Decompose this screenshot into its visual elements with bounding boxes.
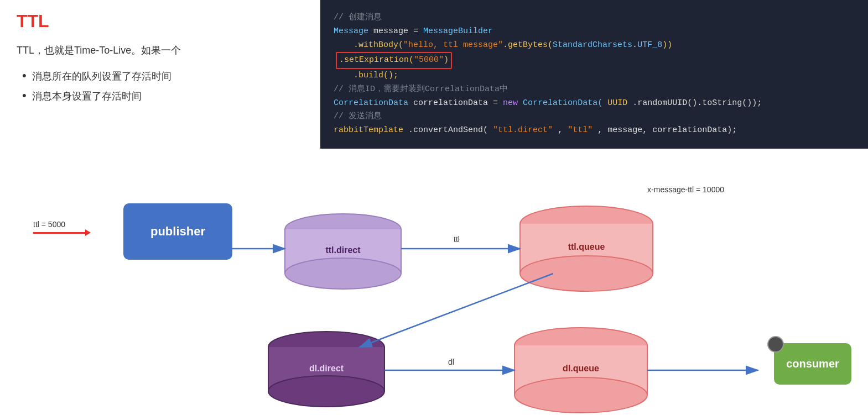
svg-text:ttl.queue: ttl.queue xyxy=(568,242,605,251)
consumer-box: consumer xyxy=(774,343,851,385)
bullet-item-1: 消息所在的队列设置了存活时间 xyxy=(22,70,282,83)
description-text: TTL，也就是Time-To-Live。如果一个 xyxy=(17,43,282,59)
code-comment-1: // 创建消息 xyxy=(334,13,382,22)
svg-point-2 xyxy=(285,258,401,289)
code-comment-3: // 发送消息 xyxy=(334,112,382,121)
code-comment-2: // 消息ID，需要封装到CorrelationData中 xyxy=(334,85,508,94)
red-arrow-indicator xyxy=(33,232,89,234)
svg-text:dl.queue: dl.queue xyxy=(563,364,599,373)
code-line-1: Message xyxy=(334,27,368,36)
svg-text:dl: dl xyxy=(448,358,454,366)
bullet-list: 消息所在的队列设置了存活时间 消息本身设置了存活时间 xyxy=(22,70,282,103)
publisher-box: publisher xyxy=(123,203,232,260)
svg-point-17 xyxy=(514,377,647,413)
ttl-label: ttl = 5000 xyxy=(33,220,65,229)
bullet-item-2: 消息本身设置了存活时间 xyxy=(22,90,282,103)
svg-text:ttl: ttl xyxy=(454,235,460,244)
left-panel: TTL TTL，也就是Time-To-Live。如果一个 消息所在的队列设置了存… xyxy=(17,11,282,109)
svg-point-12 xyxy=(268,376,384,407)
svg-text:ttl.direct: ttl.direct xyxy=(325,245,361,255)
highlighted-line: .setExpiration("5000") xyxy=(336,52,452,69)
svg-text:dl.direct: dl.direct xyxy=(309,364,344,373)
consumer-circle-icon xyxy=(767,336,784,353)
code-block: // 创建消息 Message message = MessageBuilder… xyxy=(320,0,868,149)
svg-point-7 xyxy=(520,256,653,291)
diagram: ttl dl ttl.direct ttl.queue dl.direct dl… xyxy=(0,182,868,415)
page-title: TTL xyxy=(17,11,282,31)
